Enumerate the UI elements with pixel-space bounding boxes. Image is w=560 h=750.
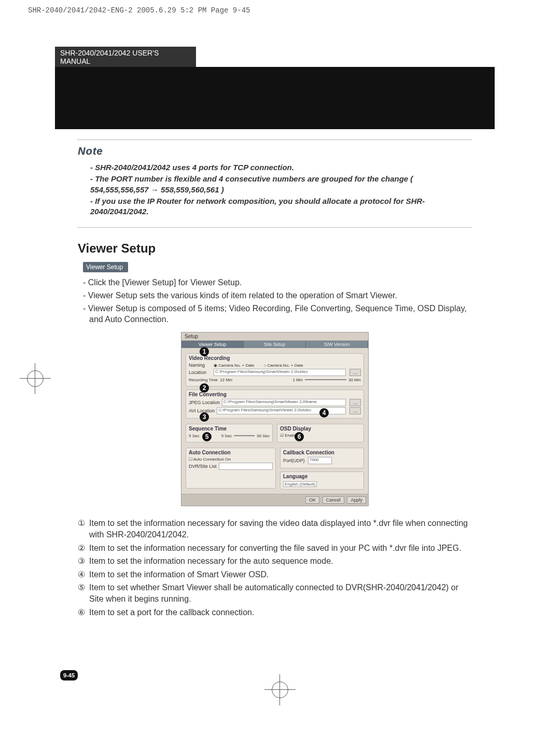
note-heading: Note (78, 145, 472, 157)
ok-button[interactable]: OK (305, 496, 319, 504)
dvr-list-select[interactable] (219, 463, 273, 470)
osd-checkbox[interactable]: ☑ Enable (280, 433, 361, 438)
radio-option-b[interactable]: ○ Camera No. + Date (263, 363, 303, 368)
button-label: Viewer Setup (86, 263, 123, 271)
rec-low: 1 Min (292, 378, 303, 382)
label-location: Location (189, 370, 212, 375)
legend-marker: ② (78, 543, 89, 554)
browse-button[interactable]: ... (349, 407, 361, 414)
dialog-tabs: Viewer Setup Site Setup S/W Version (181, 341, 368, 348)
legend-text: Item to set whether Smart Viewer shall b… (89, 582, 472, 604)
divider (78, 140, 472, 140)
legend-text: Item to set the information of Smart Vie… (89, 569, 269, 580)
apply-button[interactable]: Apply (347, 496, 366, 504)
auto-conn-checkbox[interactable]: ☐ Auto Connection On (189, 457, 273, 462)
legend-marker: ⑤ (78, 582, 89, 604)
dialog-footer: OK Cancel Apply (181, 494, 368, 506)
group-callback-connection: Callback Connection Port(UDP) 7900 (280, 448, 364, 468)
section-title: Viewer Setup (78, 241, 472, 256)
browse-button[interactable]: ... (349, 399, 361, 406)
group-video-recording: Video Recording Naming ◉ Camera No. + Da… (186, 353, 364, 386)
bullet: - Viewer Setup is composed of 5 items; V… (83, 303, 472, 325)
note-line: - If you use the IP Router for network c… (90, 196, 472, 217)
bullet: - Click the [Viewer Setup] for Viewer Se… (83, 277, 472, 288)
group-title: Language (283, 474, 361, 479)
rec-total: 12 Min (220, 378, 232, 382)
group-title: Callback Connection (283, 450, 361, 455)
group-title: File Converting (189, 392, 361, 397)
crop-mark-text: SHR-2040/2041/2042-ENG-2 2005.6.29 5:2 P… (28, 6, 250, 15)
note-body: - SHR-2040/2041/2042 uses 4 ports for TC… (90, 162, 472, 217)
legend-marker: ⑥ (78, 607, 89, 618)
label-rectime: Recording Time (189, 378, 218, 382)
page-number-badge: 9-45 (60, 670, 78, 680)
legend-marker: ① (78, 518, 89, 540)
seq-slider[interactable] (234, 435, 255, 436)
group-sequence-time: Sequence Time 5 Sec 5 Sec 30 Sec (186, 424, 273, 442)
legend-marker: ③ (78, 555, 89, 567)
seq-high: 30 Sec (257, 434, 270, 438)
group-language: Language English (Default) (280, 471, 364, 490)
legend-list: ①Item to set the information necessary f… (78, 518, 472, 618)
jpeg-location-input[interactable]: C:\Program Files\Samsung\SmartViewer 2.0… (222, 399, 346, 406)
header-black-bar (55, 67, 495, 129)
note-line: - SHR-2040/2041/2042 uses 4 ports for TC… (90, 162, 472, 173)
label-dvrlist: DVR/Site List (189, 464, 217, 469)
bullet: - Viewer Setup sets the various kinds of… (83, 290, 472, 301)
legend-text: Item to set a port for the callback conn… (89, 607, 254, 618)
legend-marker: ④ (78, 569, 89, 580)
group-osd-display: OSD Display ☑ Enable (277, 424, 364, 442)
group-title: Video Recording (189, 355, 361, 361)
setup-dialog-screenshot: Setup Viewer Setup Site Setup S/W Versio… (181, 332, 369, 506)
group-auto-connection: Auto Connection ☐ Auto Connection On DVR… (186, 448, 276, 489)
registration-mark-left (20, 363, 51, 394)
registration-mark-bottom (264, 674, 296, 705)
browse-button[interactable]: ... (349, 369, 361, 376)
section-bullets: - Click the [Viewer Setup] for Viewer Se… (78, 277, 472, 325)
rec-slider[interactable] (305, 379, 346, 380)
label-jpeg: JPEG Location (189, 400, 220, 405)
tab-site-setup[interactable]: Site Setup (244, 341, 306, 348)
manual-page: SHR-2040/2041/2042 USER'S MANUAL Note - … (62, 47, 487, 669)
seq-low: 5 Sec (221, 434, 232, 438)
label-port: Port(UDP) (283, 458, 306, 463)
rec-high: 30 Min (348, 378, 361, 382)
legend-text: Item to set the information necessary fo… (89, 543, 461, 554)
dialog-title: Setup (181, 332, 368, 341)
group-title: Auto Connection (189, 450, 273, 455)
group-title: Sequence Time (189, 426, 270, 432)
radio-option-a[interactable]: ◉ Camera No. + Date (214, 363, 254, 368)
language-select[interactable]: English (Default) (283, 481, 317, 487)
note-line: - The PORT number is flexible and 4 cons… (90, 174, 472, 195)
cancel-button[interactable]: Cancel (323, 496, 344, 504)
legend-text: Item to set the information necessary fo… (89, 518, 472, 540)
manual-header: SHR-2040/2041/2042 USER'S MANUAL (55, 47, 196, 67)
tab-viewer-setup[interactable]: Viewer Setup (181, 341, 244, 348)
group-file-converting: File Converting JPEG Location C:\Program… (186, 390, 364, 419)
location-input[interactable]: C:\Program Files\Samsung\SmartViewer 2.0… (214, 369, 346, 376)
tab-sw-version[interactable]: S/W Version (306, 341, 368, 348)
viewer-setup-button[interactable]: Viewer Setup (83, 262, 128, 272)
seq-cur: 5 Sec (189, 434, 199, 438)
legend-text: Item to set the information necessary fo… (89, 555, 333, 567)
group-title: OSD Display (280, 426, 361, 432)
divider (78, 227, 472, 228)
port-input[interactable]: 7900 (308, 457, 332, 464)
label-naming: Naming (189, 363, 212, 368)
